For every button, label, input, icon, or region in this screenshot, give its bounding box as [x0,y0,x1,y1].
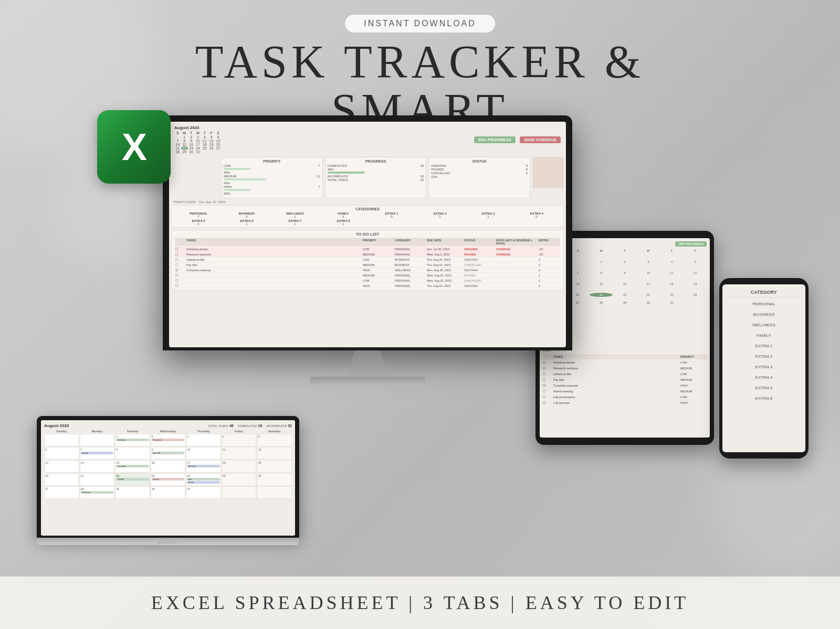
table-row: ☐ Update profile. LOW BUSINESS Thu. Aug … [175,257,560,262]
laptop-bottom [37,538,299,545]
ss-today-row: TODAY'S DATE: Tue. Aug. 22, 2023 [171,200,564,204]
table-row: ☐ Pay bills. MEDIUM BUSINESS Thu. Aug 24… [175,262,560,268]
cal-cell: 24BillsProfile [186,473,221,486]
monitor-device: August 2023 SMTWTFS 123456 78910111213 1… [163,115,572,386]
phone-outer: CATEGORY PERSONAL BUSINESS WELLNESS FAMI… [719,278,808,459]
phone-cat-item: EXTRA 3 [726,362,802,372]
tab-progress: 38% PROGRESS [675,241,707,247]
cal-cell: 28Proposal [80,486,115,499]
ss-table-header: TASKS PRIORITY CATEGORY DUE DATE STATUS … [175,238,560,246]
spreadsheet-content: August 2023 SMTWTFS 123456 78910111213 1… [169,122,566,347]
cal-cell: 25 [222,473,257,486]
ss-categories-section: CATEGORIES PERSONAL7 BUSINESS5 WELLNESS1… [171,205,564,228]
phone-cat-item: EXTRA 5 [726,383,802,393]
monitor-base [310,377,425,386]
phone-category-title: CATEGORY [726,287,802,297]
phone-cat-item: PERSONAL [726,299,802,310]
ss-mini-cal: August 2023 SMTWTFS 123456 78910111213 1… [174,125,222,154]
monitor-screen-outer: August 2023 SMTWTFS 123456 78910111213 1… [163,115,572,350]
cal-cell: 26 [257,473,292,486]
ss-progress-badge: 38% PROGRESS [474,136,516,143]
ss-color-block [532,157,564,188]
ss-status-block: STATUS ONGOING9 PAUSED9 CANCELLED5 22% [428,157,530,198]
phone-cat-item: EXTRA 4 [726,372,802,383]
cal-cell: 12 [257,447,292,460]
ss-header-row: August 2023 SMTWTFS 123456 78910111213 1… [171,124,564,155]
ss-month-label: August 2023 [174,125,222,130]
cal-cell: 30 [151,486,186,499]
cal-cell: 16 [151,460,186,473]
ss-progress-title: PROGRESS [328,159,424,163]
excel-icon: X [97,110,171,184]
ss-badge-group: 38% PROGRESS 20/26 OVERDUE [474,136,561,143]
lp-header: August 2023 TOTAL TASKS 48 COMPLETED 16 … [44,423,292,428]
table-row: ☐ HIGH PERSONAL Thu. Aug 24, 2023 ONGOIN… [175,283,560,289]
ss-progress-block: PROGRESS COMPLETED16 39% INCOMPLETE26 TO… [325,157,427,198]
table-row: ☐Edit presentation.LOW [543,395,707,400]
laptop-device: August 2023 TOTAL TASKS 48 COMPLETED 16 … [37,416,299,545]
cal-cell: 29 [115,486,150,499]
ss-priority-title: PRIORITY [224,159,320,163]
cal-cell: 5 [257,434,292,446]
ss-mini-cal-header: SMTWTFS [174,131,222,135]
cal-cell: 19 [257,460,292,473]
cal-cell: 11 [222,447,257,460]
cal-cell: 21 [80,473,115,486]
laptop-screen-inner: August 2023 TOTAL TASKS 48 COMPLETED 16 … [41,420,295,536]
lp-stats: TOTAL TASKS 48 COMPLETED 16 INCOMPLETE 3… [208,424,292,428]
table-row: ☐ Research workouts. MEDIUM PERSONAL Wed… [175,252,560,257]
phone-content: CATEGORY PERSONAL BUSINESS WELLNESS FAMI… [722,284,805,407]
cal-cell: 4 [222,434,257,446]
cal-cell: 15Complete [115,460,150,473]
cal-cell: 1Schedule [115,434,150,446]
phone-cat-item: EXTRA 6 [726,393,802,404]
laptop-content: August 2023 TOTAL TASKS 48 COMPLETED 16 … [41,420,295,502]
monitor-screen-inner: August 2023 SMTWTFS 123456 78910111213 1… [169,122,566,347]
phone-cat-item: EXTRA 2 [726,351,802,362]
bottom-text: EXCEL SPREADSHEET | 3 TABS | EASY TO EDI… [151,592,689,614]
cal-cell: 7Update [80,447,115,460]
table-row: ☐ LOW PERSONAL Wed. Aug 23, 2023 CANCELL… [175,278,560,283]
phone-cat-item: FAMILY [726,331,802,341]
cal-cell: 9Pay bills [151,447,186,460]
cal-cell: 6 [44,447,79,460]
cal-cell: 27 [44,486,79,499]
excel-icon-wrap: X [97,110,171,184]
cal-cell [80,434,115,446]
ss-stats-section: PRIORITY LOW7 28% MEDIUM11 44% HIGH7 28%… [221,157,564,198]
ss-priority-block: PRIORITY LOW7 28% MEDIUM11 44% HIGH7 28% [221,157,323,198]
ss-overdue-badge: 20/26 OVERDUE [520,136,561,143]
cal-cell: 14 [80,460,115,473]
table-row: ☐Attend meeting.MEDIUM [543,389,707,395]
lp-month: August 2023 [44,423,69,428]
cal-cell [257,486,292,499]
phone-cat-item: WELLNESS [726,320,802,331]
table-row: ☐ Schedule dentist. LOW PERSONAL Sun. Ju… [175,247,560,252]
table-row: ☑ Complete proposal. HIGH WELLNESS Mon. … [175,268,560,273]
lp-cal-grid: 1Schedule 2Research 3 4 5 6 7Update 8 9P… [44,434,292,499]
ss-status-title: STATUS [431,159,528,163]
cal-cell [222,486,257,499]
cal-cell: 3 [186,434,221,446]
monitor-neck [346,350,388,377]
lp-cal-header: Sunday Monday Tuesday Wednesday Thursday… [44,430,292,433]
instant-download-badge: INSTANT DOWNLOAD [345,15,495,33]
cal-cell: 8 [115,447,150,460]
phone-cat-item: BUSINESS [726,310,802,320]
laptop-screen-outer: August 2023 TOTAL TASKS 48 COMPLETED 16 … [37,416,299,538]
phone-device: CATEGORY PERSONAL BUSINESS WELLNESS FAMI… [719,278,808,459]
table-row: ☐Call plumber.HIGH [543,400,707,406]
cal-cell: 18 [222,460,257,473]
cal-cell: 10 [186,447,221,460]
ss-todo-section: TO DO LIST TASKS PRIORITY CATEGORY DUE D… [171,230,564,291]
cal-cell: 13 [44,460,79,473]
bottom-bar: EXCEL SPREADSHEET | 3 TABS | EASY TO EDI… [0,577,840,629]
phone-screen: CATEGORY PERSONAL BUSINESS WELLNESS FAMI… [722,284,805,452]
cal-cell [44,434,79,446]
cal-cell: 17Meeting [186,460,221,473]
cal-cell: 20 [44,473,79,486]
cal-cell-today: 22TODAY [115,473,150,486]
table-row: ☐ MEDIUM PERSONAL Wed. Aug 23, 2023 PAUS… [175,273,560,278]
cal-cell: 23Dentist [151,473,186,486]
cal-cell: 2Research [151,434,186,446]
